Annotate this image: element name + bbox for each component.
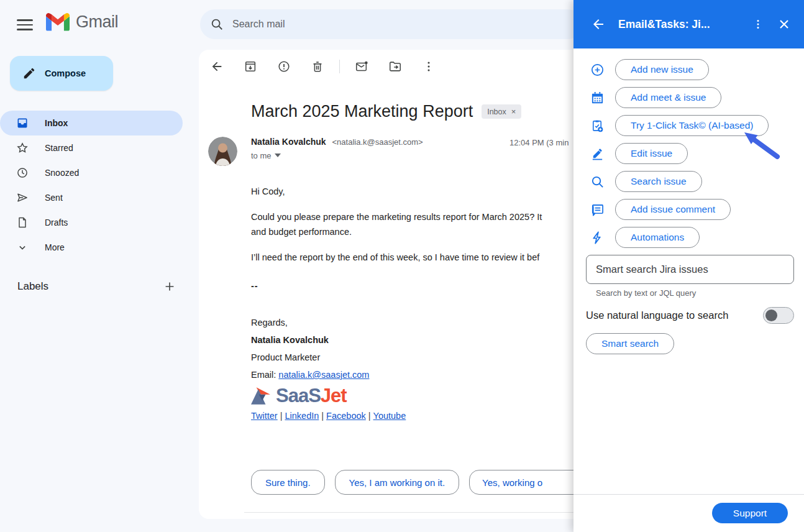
archive-icon[interactable] xyxy=(244,60,257,73)
add-meet-issue-button[interactable]: Add meet & issue xyxy=(615,87,721,108)
avatar-photo xyxy=(208,137,237,166)
automations-button[interactable]: Automations xyxy=(615,227,700,248)
edit-icon xyxy=(590,147,605,161)
saasjet-text-jet: Jet xyxy=(321,385,347,406)
star-icon xyxy=(16,142,29,154)
panel-more-icon[interactable] xyxy=(752,17,764,32)
gmail-logo[interactable]: Gmail xyxy=(46,12,118,32)
addon-panel-header: Email&Tasks: Ji... xyxy=(573,0,804,48)
search-hint-text: Search by text or JQL query xyxy=(596,288,696,298)
signature-role: Product Marketer xyxy=(251,350,542,365)
search-issue-button[interactable]: Search issue xyxy=(615,171,702,192)
lightning-icon xyxy=(590,231,605,245)
compose-button[interactable]: Compose xyxy=(10,56,113,91)
addon-panel: Email&Tasks: Ji... Add new issue Add mee… xyxy=(573,0,804,532)
body-line: Could you please prepare the marketing r… xyxy=(251,209,542,224)
add-label-icon[interactable] xyxy=(163,280,176,293)
delete-icon[interactable] xyxy=(311,60,324,73)
back-arrow-icon[interactable] xyxy=(210,60,224,73)
sender-name: Natalia Kovalchuk xyxy=(251,137,326,147)
social-links: Twitter|LinkedIn|Facebook|Youtube xyxy=(251,408,542,423)
sidebar-nav: Inbox Starred Snoozed Sent Drafts More xyxy=(0,111,186,260)
twitter-link[interactable]: Twitter xyxy=(251,411,278,421)
inbox-label-chip[interactable]: Inbox × xyxy=(482,104,521,119)
document-icon xyxy=(16,216,29,229)
natural-language-toggle-row: Use natural language to search xyxy=(586,307,794,324)
smart-reply-1[interactable]: Sure thing. xyxy=(251,470,325,495)
action-row-automations: Automations xyxy=(590,227,700,248)
send-icon xyxy=(16,191,29,204)
labels-header: Labels xyxy=(17,280,48,293)
smart-reply-2[interactable]: Yes, I am working on it. xyxy=(335,470,460,495)
recipient-dropdown[interactable]: to me xyxy=(251,151,423,160)
signature-name: Natalia Kovalchuk xyxy=(251,332,542,347)
mark-unread-icon[interactable] xyxy=(355,60,368,73)
signature-divider: -- xyxy=(251,278,542,293)
separator: | xyxy=(368,411,371,421)
clock-icon xyxy=(16,167,29,179)
main-menu-icon[interactable] xyxy=(17,16,33,32)
sidebar-item-starred[interactable]: Starred xyxy=(0,135,186,160)
sender-avatar[interactable] xyxy=(208,137,237,166)
add-new-issue-button[interactable]: Add new issue xyxy=(615,59,709,80)
compose-label: Compose xyxy=(45,68,86,78)
separator: | xyxy=(321,411,324,421)
sidebar-item-label: Drafts xyxy=(45,218,68,227)
facebook-link[interactable]: Facebook xyxy=(326,411,366,421)
search-icon xyxy=(210,17,224,31)
chip-label: Inbox xyxy=(487,108,506,116)
panel-back-icon[interactable] xyxy=(591,17,606,32)
gmail-m-icon xyxy=(46,13,70,31)
saasjet-text-saas: SaaS xyxy=(276,385,321,406)
smart-search-input[interactable] xyxy=(586,255,794,284)
toggle-label: Use natural language to search xyxy=(586,310,728,321)
action-row-add-comment: Add issue comment xyxy=(590,199,731,220)
search-mail-input[interactable] xyxy=(232,19,493,30)
sidebar-item-label: Sent xyxy=(45,193,63,203)
sidebar-item-label: More xyxy=(45,242,65,252)
body-line: and budget performance. xyxy=(251,224,542,239)
saasjet-logo: SaaSJet xyxy=(250,386,542,406)
panel-title: Email&Tasks: Ji... xyxy=(618,18,739,31)
add-issue-comment-button[interactable]: Add issue comment xyxy=(615,199,731,220)
calendar-icon xyxy=(590,91,605,105)
sidebar-item-label: Starred xyxy=(45,143,73,153)
labels-section: Labels xyxy=(17,280,176,293)
panel-footer-divider xyxy=(573,494,804,495)
signature-regards: Regards, xyxy=(251,315,542,330)
linkedin-link[interactable]: LinkedIn xyxy=(285,411,319,421)
more-options-icon[interactable] xyxy=(422,60,436,73)
toggle-knob xyxy=(765,310,777,321)
sidebar-item-inbox[interactable]: Inbox xyxy=(0,111,183,135)
sidebar-item-label: Snoozed xyxy=(45,168,79,178)
remove-label-icon[interactable]: × xyxy=(511,107,516,116)
edit-issue-button[interactable]: Edit issue xyxy=(615,143,688,164)
support-button[interactable]: Support xyxy=(712,503,788,523)
email-subject: March 2025 Marketing Report xyxy=(251,102,473,121)
sidebar-item-sent[interactable]: Sent xyxy=(0,185,186,210)
report-spam-icon[interactable] xyxy=(277,60,291,73)
sidebar-item-snoozed[interactable]: Snoozed xyxy=(0,160,186,185)
caret-down-icon xyxy=(275,154,281,158)
search-mail-bar[interactable] xyxy=(200,9,583,39)
email-timestamp: 12:04 PM (3 min xyxy=(509,138,569,147)
sidebar-item-drafts[interactable]: Drafts xyxy=(0,210,186,235)
smart-search-button[interactable]: Smart search xyxy=(586,333,674,354)
one-click-task-button[interactable]: Try 1-Click Task© (AI-based) xyxy=(615,115,769,136)
gmail-brand-text: Gmail xyxy=(76,12,118,32)
task-add-icon xyxy=(590,119,605,133)
pencil-icon xyxy=(22,66,36,80)
youtube-link[interactable]: Youtube xyxy=(373,411,406,421)
sidebar-item-more[interactable]: More xyxy=(0,235,186,260)
email-body: Hi Cody, Could you please prepare the ma… xyxy=(251,184,542,423)
search-issue-icon xyxy=(590,175,605,189)
panel-close-icon[interactable] xyxy=(777,17,792,32)
saasjet-logo-icon xyxy=(250,386,272,406)
move-to-folder-icon[interactable] xyxy=(388,60,402,73)
signature-email-link[interactable]: natalia.k@saasjet.com xyxy=(278,370,369,380)
natural-language-toggle[interactable] xyxy=(763,307,794,324)
toolbar-divider xyxy=(339,60,340,73)
action-row-one-click-task: Try 1-Click Task© (AI-based) xyxy=(590,115,769,136)
sender-address: <natalia.k@saasjet.com> xyxy=(332,137,423,147)
comment-icon xyxy=(590,203,605,217)
